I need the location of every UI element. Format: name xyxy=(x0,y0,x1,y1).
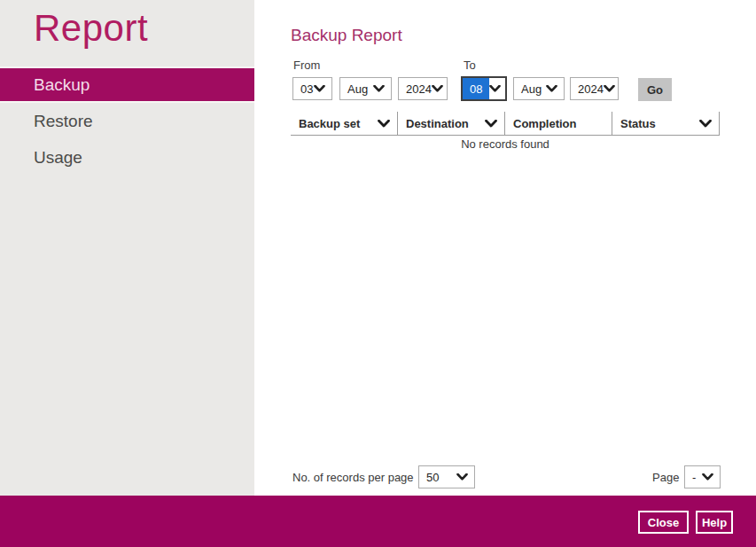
sidebar-menu: Backup Restore Usage xyxy=(0,66,254,176)
column-header-completion[interactable]: Completion xyxy=(505,112,612,135)
chevron-down-icon xyxy=(373,85,385,92)
from-month-value: Aug xyxy=(347,82,368,96)
sidebar-item-usage[interactable]: Usage xyxy=(0,139,254,176)
close-button[interactable]: Close xyxy=(638,511,689,534)
page-value: - xyxy=(692,471,696,484)
column-header-destination[interactable]: Destination xyxy=(398,112,505,135)
chevron-down-icon xyxy=(378,120,390,128)
chevron-down-icon xyxy=(699,120,712,128)
chevron-down-icon xyxy=(485,120,497,128)
to-month-value: Aug xyxy=(521,82,542,96)
go-button[interactable]: Go xyxy=(638,78,672,101)
records-per-page-label: No. of records per page xyxy=(292,471,414,484)
to-month-select[interactable]: Aug xyxy=(513,77,565,100)
chevron-down-icon xyxy=(432,85,443,92)
records-per-page-value: 50 xyxy=(426,471,439,484)
chevron-down-icon xyxy=(604,85,615,92)
to-day-value: 08 xyxy=(463,78,489,99)
empty-results-message: No records found xyxy=(291,137,720,151)
sidebar-item-label: Usage xyxy=(34,148,82,168)
chevron-down-icon xyxy=(456,473,468,481)
chevron-down-icon xyxy=(546,85,557,92)
from-day-value: 03 xyxy=(300,82,313,96)
chevron-down-icon xyxy=(314,85,325,92)
to-year-select[interactable]: 2024 xyxy=(570,77,619,100)
page-title: Report xyxy=(34,7,148,50)
to-day-select[interactable]: 08 xyxy=(461,76,507,101)
sidebar-item-backup[interactable]: Backup xyxy=(0,66,254,103)
report-window: Report Backup Restore Usage Backup Repor… xyxy=(0,0,756,547)
column-label: Status xyxy=(620,117,656,130)
from-year-select[interactable]: 2024 xyxy=(398,77,448,100)
footer-bar: Close Help xyxy=(0,496,756,547)
report-heading: Backup Report xyxy=(291,26,402,45)
chevron-down-icon xyxy=(489,85,501,92)
to-year-value: 2024 xyxy=(578,82,604,96)
from-month-select[interactable]: Aug xyxy=(339,77,392,100)
column-header-status[interactable]: Status xyxy=(612,112,720,135)
chevron-down-icon xyxy=(702,473,713,481)
column-label: Backup set xyxy=(299,117,360,130)
from-label: From xyxy=(293,59,320,72)
column-header-backup-set[interactable]: Backup set xyxy=(291,112,398,135)
sidebar: Report Backup Restore Usage xyxy=(0,0,254,496)
column-label: Destination xyxy=(406,117,469,130)
column-label: Completion xyxy=(513,117,577,130)
sidebar-item-restore[interactable]: Restore xyxy=(0,103,254,139)
page-select[interactable]: - xyxy=(684,465,721,488)
sidebar-item-label: Restore xyxy=(34,112,93,131)
results-table-header: Backup set Destination Completion Status xyxy=(291,112,720,136)
sidebar-item-label: Backup xyxy=(34,75,90,95)
main-content: Backup Report From To 03 Aug 2024 08 xyxy=(254,0,756,496)
help-button[interactable]: Help xyxy=(696,511,733,534)
records-per-page-select[interactable]: 50 xyxy=(418,465,475,488)
from-day-select[interactable]: 03 xyxy=(292,77,332,100)
page-label: Page xyxy=(652,471,679,484)
from-year-value: 2024 xyxy=(406,82,432,96)
to-label: To xyxy=(464,59,476,72)
